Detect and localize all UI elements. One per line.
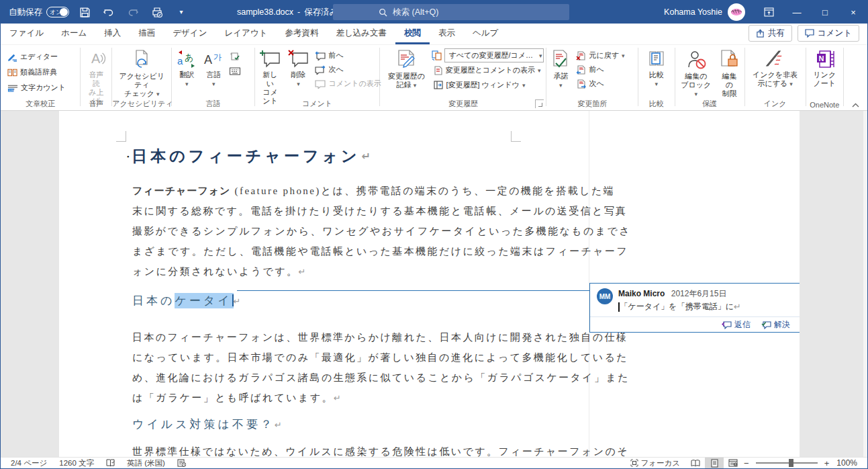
read-mode-button[interactable] xyxy=(686,458,705,468)
zoom-out-button[interactable]: − xyxy=(742,458,751,468)
accessibility-check-icon xyxy=(133,50,150,70)
accessibility-check-button[interactable]: アクセシビリティチェック ▾ xyxy=(114,48,169,100)
compare-button[interactable]: 比較 ▾ xyxy=(643,48,670,89)
selected-text[interactable]: ケータイ xyxy=(175,293,233,308)
autosave-toggle[interactable]: 自動保存 オン xyxy=(9,7,69,18)
tab-review[interactable]: 校閲 xyxy=(395,23,430,44)
tab-help[interactable]: ヘルプ xyxy=(464,23,507,44)
editor-button[interactable]: エディター xyxy=(5,50,68,63)
resolve-button[interactable]: 解決 xyxy=(761,319,790,331)
track-changes-button[interactable]: 変更履歴の記録 ▾ xyxy=(382,48,430,91)
tab-draw[interactable]: 描画 xyxy=(130,23,164,44)
tab-insert[interactable]: 挿入 xyxy=(95,23,130,44)
group-accessibility: アクセシビリティチェック ▾ アクセシビリティ xyxy=(112,45,171,110)
account-button[interactable]: Kohama Yoshie xyxy=(664,3,745,21)
delete-comment-button[interactable]: 削除 ▾ xyxy=(285,48,311,89)
avatar[interactable] xyxy=(728,3,745,21)
comment-card[interactable]: MM Maiko Micro 2012年6月15日 「ケータイ」を「携帯電話」に… xyxy=(589,283,800,333)
minimize-button[interactable]: — xyxy=(783,1,811,24)
group-label-ink: インク xyxy=(745,99,806,109)
save-icon[interactable] xyxy=(76,3,93,21)
upload-status-icon[interactable] xyxy=(171,458,192,468)
zoom-slider[interactable] xyxy=(756,462,818,464)
translate-button[interactable]: aあ 翻訳 ▾ xyxy=(174,48,199,89)
comment-author: Maiko Micro xyxy=(618,289,665,298)
toggle-knob-icon xyxy=(60,8,68,16)
group-label-compare: 比較 xyxy=(638,99,675,109)
print-preview-icon[interactable] xyxy=(148,3,166,21)
ime-pad-button[interactable] xyxy=(228,65,242,77)
language-button[interactable]: A가 言語 ▾ xyxy=(201,48,226,89)
accept-button[interactable]: 承諾 ▾ xyxy=(548,48,573,90)
language-status[interactable]: 英語 (米国) xyxy=(121,458,171,468)
user-name: Kohama Yoshie xyxy=(664,7,722,17)
web-layout-button[interactable] xyxy=(724,458,742,468)
group-label-language: 言語 xyxy=(172,99,254,109)
page-number-status[interactable]: 2/4 ページ xyxy=(5,458,53,468)
tab-view[interactable]: 表示 xyxy=(430,23,464,44)
close-button[interactable]: × xyxy=(839,1,867,24)
show-markup-button[interactable]: 変更履歴とコメントの表示 ▾ xyxy=(432,64,544,77)
document-canvas[interactable]: ▪ 日本のフィーチャーフォン ↵ フィーチャーフォン (feature phon… xyxy=(1,111,867,457)
group-label-protect: 保護 xyxy=(675,99,744,109)
share-button[interactable]: 共有 xyxy=(749,25,792,42)
undo-icon[interactable] xyxy=(100,3,117,21)
previous-comment-button[interactable]: 前へ xyxy=(313,49,383,62)
block-authors-button[interactable]: 編集のブロック ▾ xyxy=(677,48,716,100)
redo-icon xyxy=(124,3,142,21)
ribbon-display-options-icon[interactable] xyxy=(755,1,783,24)
zoom-level[interactable]: 100% xyxy=(830,458,863,468)
autosave-switch[interactable]: オン xyxy=(46,7,69,17)
tab-mailings[interactable]: 差し込み文書 xyxy=(327,23,395,44)
tab-design[interactable]: デザイン xyxy=(164,23,215,44)
paragraph-3[interactable]: 世界標準仕様ではないため、ウイルスに感染する危険性は低いです。フィーチャーフォン… xyxy=(132,441,512,457)
linked-notes-button[interactable]: N リンクノート xyxy=(810,48,838,90)
paragraph-1[interactable]: フィーチャーフォン (feature phone)とは、携帯電話の端末のうち、一… xyxy=(132,181,512,282)
print-layout-button[interactable] xyxy=(705,458,724,468)
next-change-button[interactable]: 次へ xyxy=(574,77,626,90)
word-count-status[interactable]: 1260 文字 xyxy=(53,458,100,468)
group-label-accessibility: アクセシビリティ xyxy=(112,99,171,109)
vertical-scrollbar[interactable] xyxy=(863,111,867,457)
document-heading-title[interactable]: ▪ 日本のフィーチャーフォン ↵ xyxy=(127,146,371,167)
reviewing-pane-button[interactable]: [変更履歴] ウィンドウ ▾ xyxy=(432,79,544,91)
dictionary-register-button[interactable] xyxy=(228,50,242,63)
reject-button[interactable]: 元に戻す ▾ xyxy=(574,49,626,62)
section-heading-1[interactable]: 日本のケータイ↵ xyxy=(132,291,241,312)
section-heading-2[interactable]: ウイルス対策は不要？↵ xyxy=(132,415,282,435)
focus-mode-button[interactable]: フォーカス xyxy=(624,458,687,468)
tracking-dialog-launcher-icon[interactable] xyxy=(535,99,544,108)
proofing-status-icon[interactable] xyxy=(100,458,121,468)
thesaurus-button[interactable]: 類義語辞典 xyxy=(5,66,68,79)
previous-change-button[interactable]: 前へ xyxy=(574,63,626,76)
tab-file[interactable]: ファイル xyxy=(1,23,52,44)
svg-text:N: N xyxy=(819,54,824,62)
zoom-in-button[interactable]: + xyxy=(823,458,831,468)
previous-change-icon xyxy=(576,65,586,75)
search-input[interactable]: 検索 (Alt+Q) xyxy=(333,4,569,20)
comments-button[interactable]: コメント xyxy=(798,25,859,42)
next-comment-button[interactable]: 次へ xyxy=(313,63,383,76)
hide-ink-button[interactable]: インクを非表示にする ▾ xyxy=(750,48,800,90)
comment-text[interactable]: 「ケータイ」を「携帯電話」に xyxy=(620,301,734,312)
display-for-review-dropdown[interactable]: すべての変更履歴/コメ… ▾ xyxy=(432,49,544,62)
group-language: aあ 翻訳 ▾ A가 言語 ▾ 言語 xyxy=(172,45,254,110)
tab-home[interactable]: ホーム xyxy=(52,23,95,44)
paragraph-mark: ↵ xyxy=(298,267,305,277)
comment-avatar[interactable]: MM xyxy=(597,288,613,304)
restrict-editing-button[interactable]: 編集の制限 xyxy=(716,48,742,100)
tab-layout[interactable]: レイアウト xyxy=(215,23,276,44)
tab-references[interactable]: 参考資料 xyxy=(276,23,327,44)
group-onenote: N リンクノート OneNote xyxy=(806,45,843,110)
collapse-ribbon-icon[interactable] xyxy=(844,100,867,110)
reply-button[interactable]: 返信 xyxy=(722,319,751,331)
display-for-review-combo[interactable]: すべての変更履歴/コメ… ▾ xyxy=(444,48,544,62)
qat-customize-icon[interactable]: ▾ xyxy=(173,3,190,21)
text-line: 末に関する総称です。電話を掛けたり受けたりする基本機能と電話帳、メールの送受信と… xyxy=(132,201,512,221)
maximize-button[interactable]: □ xyxy=(811,1,839,24)
onenote-icon: N xyxy=(814,50,834,69)
filename-separator: - xyxy=(297,7,300,17)
zoom-slider-handle[interactable] xyxy=(789,459,793,467)
paragraph-2[interactable]: 日本のフィーチャーフォンは、世界標準からかけ離れた、日本人向けに開発された独自の… xyxy=(132,327,512,409)
word-count-button[interactable]: 123 文字カウント xyxy=(5,81,68,94)
